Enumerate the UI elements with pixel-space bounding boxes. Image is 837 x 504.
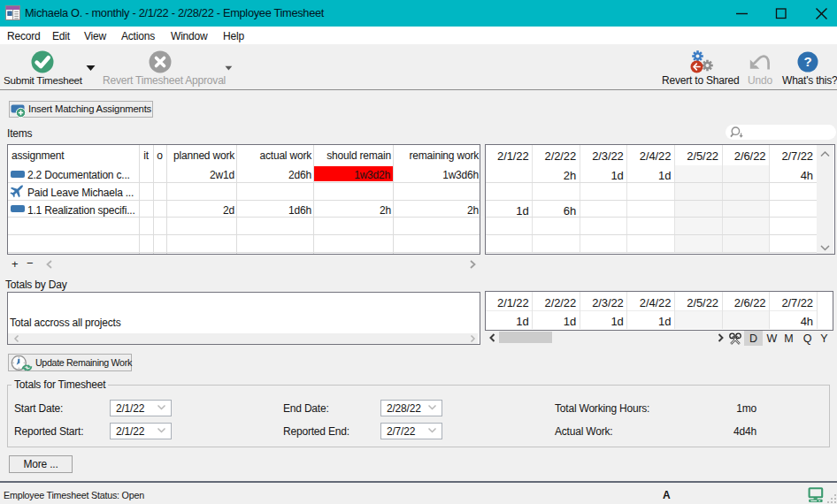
svg-text:?: ? [803,54,811,69]
